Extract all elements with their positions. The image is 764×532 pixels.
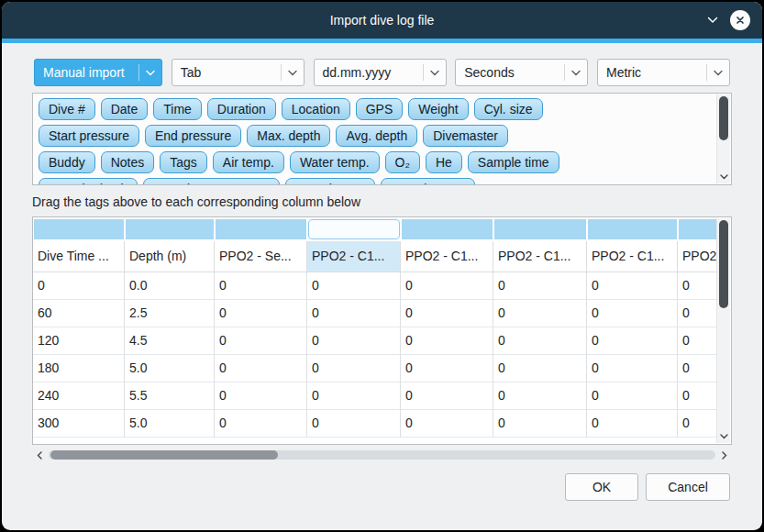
- date-format-select[interactable]: dd.mm.yyyy: [314, 59, 447, 86]
- drag-tag[interactable]: Duration: [207, 98, 276, 120]
- drag-tag[interactable]: Date: [101, 98, 149, 120]
- chevron-down-icon: [424, 70, 446, 76]
- drag-tag[interactable]: Sample time: [468, 151, 559, 173]
- vertical-scrollbar[interactable]: [716, 218, 730, 443]
- scroll-left-button[interactable]: [33, 448, 46, 462]
- tag-row: Start pressureEnd pressureMax. depthAvg.…: [39, 125, 711, 147]
- drag-tag[interactable]: End pressure: [145, 125, 241, 147]
- table-cell: 0: [401, 382, 493, 410]
- table-cell: 0: [493, 382, 587, 410]
- separator-select[interactable]: Tab: [172, 59, 304, 86]
- horizontal-scrollbar[interactable]: [32, 448, 732, 462]
- drag-tag[interactable]: Max. depth: [247, 125, 330, 147]
- table-header-row: Dive Time ...Depth (m)PPO2 - Se...PPO2 -…: [33, 241, 717, 272]
- button-row: OK Cancel: [34, 473, 730, 501]
- chevron-left-icon: [37, 451, 42, 460]
- drag-tag[interactable]: He: [426, 151, 462, 173]
- vertical-scrollbar[interactable]: [716, 94, 730, 183]
- titlebar[interactable]: Import dive log file: [2, 2, 762, 39]
- drag-tag[interactable]: Sample temperature: [143, 178, 280, 185]
- drag-tag[interactable]: Avg. depth: [336, 125, 417, 147]
- chevron-down-icon: [707, 70, 729, 76]
- table-cell: 0: [493, 355, 587, 382]
- drag-tag[interactable]: Notes: [101, 151, 155, 173]
- combo-value: Tab: [172, 65, 281, 80]
- drag-tag[interactable]: Time: [153, 98, 202, 120]
- table-cell: 0: [493, 300, 587, 327]
- drag-tag[interactable]: GPS: [356, 98, 404, 120]
- column-drop-cell[interactable]: [679, 219, 717, 239]
- column-header[interactable]: Depth (m): [125, 241, 215, 272]
- chevron-down-icon: [720, 434, 728, 439]
- table-cell: 0: [587, 355, 678, 382]
- drag-tag[interactable]: O₂: [385, 151, 420, 173]
- scroll-down-button[interactable]: [717, 430, 730, 442]
- table-cell: 0: [401, 300, 493, 327]
- duration-format-select[interactable]: Seconds: [455, 59, 588, 86]
- units-select[interactable]: Metric: [597, 59, 730, 86]
- column-header[interactable]: PPO2 - C1...: [401, 241, 493, 272]
- table-cell: 0: [401, 327, 493, 355]
- table-cell: 0: [307, 327, 401, 355]
- combo-value: Metric: [598, 65, 706, 80]
- table-cell: 0: [587, 300, 678, 327]
- table-row: 602.5000000: [33, 300, 717, 327]
- column-header[interactable]: PPO2 - C1...: [307, 241, 401, 272]
- import-dialog-window: Import dive log file Manual import Tab: [2, 2, 762, 530]
- drag-tag[interactable]: Cyl. size: [474, 98, 543, 120]
- drag-tag[interactable]: Sample pO₂: [285, 178, 374, 185]
- drag-tag[interactable]: Start pressure: [39, 125, 139, 147]
- column-drop-cell[interactable]: [34, 219, 124, 239]
- table-body: 00.0000000602.50000001204.50000001805.00…: [33, 272, 717, 438]
- table-cell: 0: [307, 272, 401, 300]
- chevron-down-icon[interactable]: [705, 14, 720, 27]
- table-cell: 0: [215, 410, 307, 438]
- chevron-down-icon: [720, 174, 728, 180]
- chevron-right-icon: [722, 451, 727, 460]
- scroll-right-button[interactable]: [718, 448, 731, 462]
- drag-tag[interactable]: Weight: [408, 98, 468, 120]
- column-header[interactable]: Dive Time ...: [33, 241, 125, 272]
- drag-tag[interactable]: Divemaster: [423, 125, 508, 147]
- column-drop-cell[interactable]: [494, 219, 586, 239]
- import-mode-select[interactable]: Manual import: [34, 59, 162, 86]
- table-cell: 0: [678, 272, 717, 300]
- column-drop-cell[interactable]: [308, 219, 400, 239]
- column-drop-cell[interactable]: [126, 219, 214, 239]
- column-header[interactable]: PPO2 - C1...: [587, 241, 678, 272]
- scrollbar-thumb[interactable]: [719, 220, 728, 308]
- table-grid: Dive Time ...Depth (m)PPO2 - Se...PPO2 -…: [33, 217, 717, 444]
- table-cell: 0: [493, 410, 587, 438]
- close-button[interactable]: [730, 10, 750, 30]
- column-drop-cell[interactable]: [402, 219, 493, 239]
- column-drop-cell[interactable]: [216, 219, 306, 239]
- table-row: 1204.5000000: [33, 327, 717, 355]
- column-header[interactable]: PPO2 - C1...: [493, 241, 587, 272]
- cancel-button[interactable]: Cancel: [646, 473, 730, 501]
- ok-button[interactable]: OK: [565, 473, 638, 501]
- table-cell: 60: [33, 300, 125, 327]
- column-drop-cell[interactable]: [588, 219, 677, 239]
- drag-tag[interactable]: Location: [282, 98, 350, 120]
- toolbar: Manual import Tab dd.mm.yyyy Seconds: [34, 59, 730, 86]
- table-cell: 0: [307, 355, 401, 382]
- scroll-down-button[interactable]: [717, 171, 730, 183]
- table-cell: 0.0: [125, 272, 215, 300]
- drag-tag[interactable]: Dive #: [39, 98, 95, 120]
- column-header[interactable]: PPO2 - Se...: [215, 241, 307, 272]
- table-row: 2405.5000000: [33, 382, 717, 410]
- drag-tag[interactable]: Sample depth: [39, 178, 138, 185]
- table-cell: 4.5: [125, 327, 215, 355]
- drag-tag[interactable]: Tags: [160, 151, 207, 173]
- column-header[interactable]: PPO2 - C1...: [678, 241, 717, 272]
- scrollbar-thumb[interactable]: [719, 96, 728, 140]
- table-cell: 5.5: [125, 382, 215, 410]
- drag-tag[interactable]: Buddy: [39, 151, 95, 173]
- drag-tag[interactable]: Air temp.: [213, 151, 284, 173]
- drag-tag[interactable]: Water temp.: [290, 151, 380, 173]
- tag-row: Dive #DateTimeDurationLocationGPSWeightC…: [39, 98, 711, 120]
- chevron-down-icon: [282, 70, 304, 76]
- table-cell: 0: [678, 355, 717, 382]
- scrollbar-thumb[interactable]: [50, 450, 278, 460]
- drag-tag[interactable]: Sample CNS: [381, 178, 475, 185]
